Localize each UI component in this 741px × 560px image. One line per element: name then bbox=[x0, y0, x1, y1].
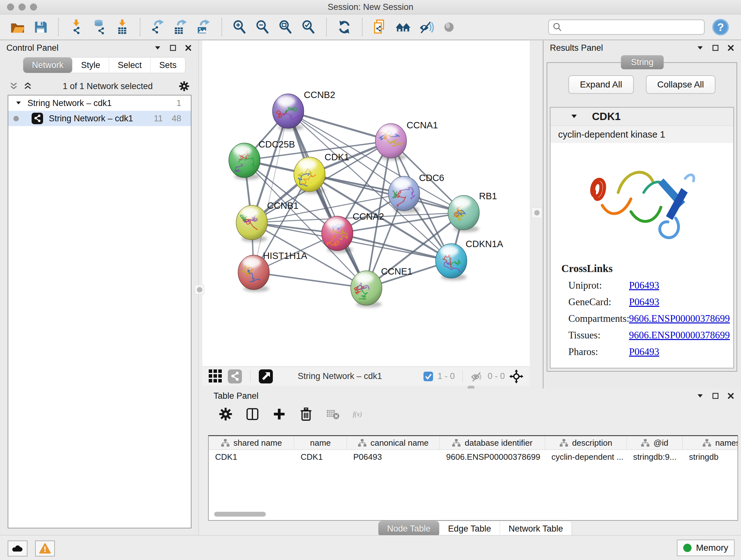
node-table[interactable]: shared namenamecanonical namedatabase id… bbox=[208, 435, 738, 521]
crosslink-value-link[interactable]: 9606.ENSP00000378699 bbox=[629, 313, 730, 324]
column-header-shared-name[interactable]: shared name bbox=[209, 436, 294, 449]
table-cell[interactable]: 9606.ENSP00000378699 bbox=[440, 450, 545, 464]
column-header-canonical-name[interactable]: canonical name bbox=[347, 436, 440, 449]
export-network-icon[interactable] bbox=[148, 18, 168, 37]
column-header-description[interactable]: description bbox=[545, 436, 627, 449]
zoom-selected-icon[interactable] bbox=[299, 18, 319, 37]
selected-checkbox-icon[interactable] bbox=[423, 372, 433, 381]
search-input[interactable] bbox=[548, 19, 704, 35]
node-HIST1H1A[interactable]: HIST1H1A bbox=[238, 251, 307, 292]
network-label: String Network – cdk1 bbox=[49, 114, 133, 124]
gene-section-header[interactable]: CDK1 bbox=[550, 108, 733, 126]
help-button[interactable]: ? bbox=[712, 18, 730, 36]
network-graph[interactable]: CCNB2CCNA1CDC25BCDK1CDC6RB1CCNB1CCNA2CDK… bbox=[202, 41, 530, 367]
table-cell[interactable]: CDK1 bbox=[209, 450, 294, 464]
close-panel-icon[interactable] bbox=[185, 44, 192, 52]
node-CCNA1[interactable]: CCNA1 bbox=[375, 120, 438, 160]
edge-CCNB2-CCNE1[interactable] bbox=[288, 111, 366, 288]
trash-icon[interactable] bbox=[298, 407, 314, 422]
zoom-fit-icon[interactable] bbox=[276, 18, 295, 37]
expand-all-button[interactable]: Expand All bbox=[568, 75, 633, 94]
duplicate-network-icon[interactable] bbox=[370, 18, 390, 37]
eye-disabled-icon[interactable] bbox=[439, 18, 459, 37]
table-cell[interactable]: CDK1 bbox=[294, 450, 347, 464]
table-header-row: shared namenamecanonical namedatabase id… bbox=[209, 436, 738, 450]
export-table-icon[interactable] bbox=[171, 18, 191, 37]
right-splitter-grip[interactable] bbox=[532, 207, 542, 218]
current-network-name: String Network – cdk1 bbox=[298, 371, 382, 381]
save-session-icon[interactable] bbox=[30, 18, 51, 37]
network-collection-row[interactable]: String Network – cdk1 1 bbox=[8, 96, 191, 111]
edge-HIST1H1A-CCNE1[interactable] bbox=[254, 272, 366, 288]
add-column-icon[interactable] bbox=[272, 407, 287, 422]
collapse-panel-icon[interactable] bbox=[696, 44, 704, 52]
crosslink-value-link[interactable]: P06493 bbox=[629, 346, 659, 358]
crosslink-value-link[interactable]: P06493 bbox=[629, 296, 659, 308]
open-file-icon[interactable] bbox=[8, 18, 27, 37]
node-CCNE1[interactable]: CCNE1 bbox=[351, 266, 412, 307]
crosslink-label: Compartments: bbox=[568, 313, 629, 324]
table-cell[interactable]: cyclin-dependent ... bbox=[545, 450, 627, 464]
node-CDKN1A[interactable]: CDKN1A bbox=[435, 239, 503, 280]
close-panel-icon[interactable] bbox=[727, 44, 735, 52]
float-panel-icon[interactable] bbox=[712, 44, 719, 52]
network-canvas[interactable]: CCNB2CCNA1CDC25BCDK1CDC6RB1CCNB1CCNA2CDK… bbox=[202, 41, 530, 367]
tab-network-table[interactable]: Network Table bbox=[500, 521, 572, 537]
grid-view-icon[interactable] bbox=[209, 369, 223, 383]
collapse-all-button[interactable]: Collapse All bbox=[646, 75, 716, 94]
network-options-gear-icon[interactable] bbox=[179, 80, 190, 92]
cloud-button[interactable] bbox=[8, 541, 27, 557]
column-header-name[interactable]: name bbox=[294, 436, 347, 449]
export-image-icon[interactable] bbox=[194, 18, 214, 37]
node-CDC6[interactable]: CDC6 bbox=[388, 173, 444, 213]
collapse-panel-icon[interactable] bbox=[696, 392, 704, 400]
homes-icon[interactable] bbox=[393, 18, 413, 37]
column-header-@id[interactable]: @id bbox=[627, 436, 683, 449]
expander-icon[interactable] bbox=[15, 100, 22, 106]
table-cell[interactable]: stringdb bbox=[683, 450, 738, 464]
column-header-database-identifier[interactable]: database identifier bbox=[440, 436, 545, 449]
horizontal-scrollbar[interactable] bbox=[214, 512, 266, 516]
left-splitter-grip[interactable] bbox=[195, 285, 204, 294]
node-RB1[interactable]: RB1 bbox=[448, 191, 497, 232]
collapse-panel-icon[interactable] bbox=[154, 44, 161, 52]
tab-select[interactable]: Select bbox=[109, 57, 151, 73]
table-cell[interactable]: stringdb:9... bbox=[627, 450, 683, 464]
tab-sets[interactable]: Sets bbox=[151, 57, 185, 73]
column-header-namespace[interactable]: namespace bbox=[683, 436, 738, 449]
float-panel-icon[interactable] bbox=[169, 44, 177, 52]
import-table-icon[interactable] bbox=[112, 18, 132, 37]
network-share-icon[interactable] bbox=[228, 369, 242, 383]
close-panel-icon[interactable] bbox=[727, 392, 735, 400]
edge-CCNB2-CCNA1[interactable] bbox=[288, 111, 391, 141]
tab-node-table[interactable]: Node Table bbox=[379, 521, 440, 537]
crosslink-value-link[interactable]: 9606.ENSP00000378699 bbox=[629, 329, 730, 341]
zoom-in-icon[interactable] bbox=[230, 18, 250, 37]
birds-eye-view-icon[interactable] bbox=[259, 369, 273, 383]
search-field[interactable] bbox=[562, 22, 701, 32]
hide-eye-icon[interactable] bbox=[416, 18, 436, 37]
import-database-icon[interactable] bbox=[89, 18, 109, 37]
warnings-button[interactable] bbox=[35, 541, 55, 557]
import-network-icon[interactable] bbox=[66, 18, 86, 37]
zoom-out-icon[interactable] bbox=[253, 18, 273, 37]
memory-button[interactable]: Memory bbox=[677, 540, 735, 556]
node-CCNB2[interactable]: CCNB2 bbox=[273, 90, 335, 131]
tab-style[interactable]: Style bbox=[72, 57, 109, 73]
edge-CCNB2-HIST1H1A[interactable] bbox=[254, 111, 288, 272]
tab-edge-table[interactable]: Edge Table bbox=[440, 521, 500, 537]
refresh-icon[interactable] bbox=[334, 18, 354, 37]
network-row-selected[interactable]: String Network – cdk1 11 48 bbox=[8, 111, 191, 126]
collapse-all-networks-icon[interactable] bbox=[9, 81, 18, 91]
tab-string[interactable]: String bbox=[621, 55, 664, 69]
split-columns-icon[interactable] bbox=[245, 407, 260, 422]
table-cell[interactable]: P06493 bbox=[347, 450, 440, 464]
gear-icon[interactable] bbox=[218, 407, 233, 422]
tab-network[interactable]: Network bbox=[23, 57, 72, 73]
table-row[interactable]: CDK1CDK1P064939606.ENSP00000378699cyclin… bbox=[209, 450, 738, 464]
crosslink-value-link[interactable]: P06493 bbox=[629, 280, 659, 291]
float-panel-icon[interactable] bbox=[712, 392, 719, 400]
fit-selected-crosshair-icon[interactable] bbox=[509, 369, 523, 383]
expand-all-networks-icon[interactable] bbox=[23, 81, 32, 91]
collapse-section-icon[interactable] bbox=[570, 113, 578, 120]
